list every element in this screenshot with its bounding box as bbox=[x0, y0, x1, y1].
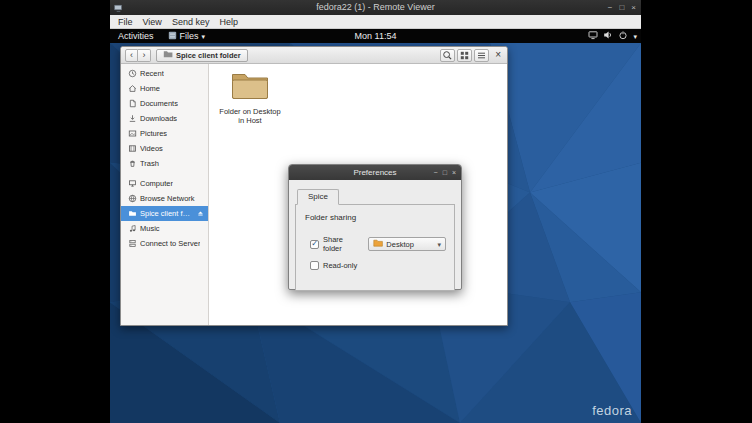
sidebar-item-label: Music bbox=[140, 224, 160, 233]
music-icon bbox=[127, 224, 137, 233]
sidebar-item-pictures[interactable]: Pictures bbox=[121, 126, 208, 141]
search-icon bbox=[442, 50, 453, 61]
grid-view-icon bbox=[459, 50, 470, 61]
network-icon bbox=[127, 194, 137, 203]
sidebar-item-documents[interactable]: Documents bbox=[121, 96, 208, 111]
sidebar-item-trash[interactable]: Trash bbox=[121, 156, 208, 171]
documents-icon bbox=[127, 99, 137, 108]
sidebar-item-downloads[interactable]: Downloads bbox=[121, 111, 208, 126]
chevron-down-icon: ▾ bbox=[437, 241, 441, 248]
sidebar-item-label: Home bbox=[140, 84, 160, 93]
menu-button[interactable] bbox=[474, 49, 489, 62]
menu-help[interactable]: Help bbox=[214, 15, 243, 28]
remote-viewer-window: fedora22 (1) - Remote Viewer − □ × File … bbox=[110, 0, 641, 423]
videos-icon bbox=[127, 144, 137, 153]
share-folder-label: Share folder bbox=[323, 235, 359, 253]
chevron-down-icon: ▾ bbox=[633, 33, 637, 40]
desktop: fedora ‹ › Spice client folder bbox=[110, 43, 641, 423]
sidebar-item-home[interactable]: Home bbox=[121, 81, 208, 96]
eject-icon[interactable] bbox=[196, 209, 205, 218]
preferences-dialog: Preferences − □ × Spice Folder sharing ✓… bbox=[288, 164, 462, 290]
display-icon bbox=[588, 30, 598, 42]
tab-spice[interactable]: Spice bbox=[297, 189, 339, 205]
share-folder-checkbox[interactable]: ✓ bbox=[310, 240, 319, 249]
clock[interactable]: Mon 11:54 bbox=[355, 29, 397, 43]
read-only-checkbox[interactable] bbox=[310, 261, 319, 270]
forward-button[interactable]: › bbox=[138, 49, 151, 62]
folder-icon bbox=[163, 50, 173, 60]
trash-icon bbox=[127, 159, 137, 168]
menu-send-key[interactable]: Send key bbox=[167, 15, 215, 28]
sidebar-item-connect-to-server[interactable]: Connect to Server bbox=[121, 236, 208, 251]
viewer-titlebar[interactable]: fedora22 (1) - Remote Viewer − □ × bbox=[110, 0, 641, 15]
gnome-top-bar: Activities Files ▾ Mon 11:54 ▾ bbox=[110, 29, 641, 43]
app-menu-files[interactable]: Files ▾ bbox=[162, 29, 212, 43]
downloads-icon bbox=[127, 114, 137, 123]
prefs-maximize-button[interactable]: □ bbox=[443, 165, 447, 180]
sidebar-item-label: Computer bbox=[140, 179, 173, 188]
sidebar-item-label: Trash bbox=[140, 159, 159, 168]
prefs-minimize-button[interactable]: − bbox=[434, 165, 438, 180]
location-label: Spice client folder bbox=[176, 51, 241, 60]
viewer-maximize-button[interactable]: □ bbox=[619, 0, 624, 15]
sidebar-item-music[interactable]: Music bbox=[121, 221, 208, 236]
sidebar-item-label: Spice client fol… bbox=[140, 209, 193, 218]
sidebar-item-computer[interactable]: Computer bbox=[121, 176, 208, 191]
sidebar-item-recent[interactable]: Recent bbox=[121, 66, 208, 81]
location-button[interactable]: Spice client folder bbox=[156, 49, 248, 62]
sidebar-item-label: Recent bbox=[140, 69, 164, 78]
file-item-label: Folder on Desktop in Host bbox=[217, 107, 283, 126]
activities-button[interactable]: Activities bbox=[110, 29, 162, 43]
recent-icon bbox=[127, 69, 137, 78]
home-icon bbox=[127, 84, 137, 93]
files-headerbar[interactable]: ‹ › Spice client folder bbox=[121, 47, 507, 64]
screen: fedora22 (1) - Remote Viewer − □ × File … bbox=[0, 0, 752, 423]
sidebar-item-label: Connect to Server bbox=[140, 239, 200, 248]
grid-view-button[interactable] bbox=[457, 49, 472, 62]
search-button[interactable] bbox=[440, 49, 455, 62]
viewer-menubar: File View Send key Help bbox=[110, 15, 641, 29]
server-icon bbox=[127, 239, 137, 248]
shared-folder-select[interactable]: Desktop ▾ bbox=[368, 237, 446, 251]
selected-folder-value: Desktop bbox=[386, 240, 434, 249]
sidebar-item-label: Pictures bbox=[140, 129, 167, 138]
sidebar-item-label: Browse Network bbox=[140, 194, 195, 203]
folder-icon bbox=[373, 239, 383, 249]
folder-icon bbox=[127, 209, 137, 218]
app-menu-label: Files bbox=[180, 31, 199, 41]
sidebar-item-label: Documents bbox=[140, 99, 178, 108]
fedora-logo: fedora bbox=[592, 403, 632, 418]
files-sidebar: Recent Home Documents Downloads bbox=[121, 64, 209, 325]
sidebar-item-spice-client-folder[interactable]: Spice client fol… bbox=[121, 206, 208, 221]
volume-icon bbox=[603, 30, 613, 42]
hamburger-icon bbox=[476, 50, 487, 61]
read-only-label: Read-only bbox=[323, 261, 357, 270]
preferences-title: Preferences bbox=[353, 168, 396, 177]
sidebar-item-browse-network[interactable]: Browse Network bbox=[121, 191, 208, 206]
big-folder-icon bbox=[231, 70, 269, 100]
preferences-titlebar[interactable]: Preferences − □ × bbox=[289, 165, 461, 180]
prefs-close-button[interactable]: × bbox=[452, 165, 456, 180]
sidebar-item-label: Downloads bbox=[140, 114, 177, 123]
pictures-icon bbox=[127, 129, 137, 138]
back-button[interactable]: ‹ bbox=[125, 49, 138, 62]
file-item-folder[interactable]: Folder on Desktop in Host bbox=[217, 70, 283, 126]
chevron-down-icon: ▾ bbox=[202, 33, 206, 40]
spice-tab-panel: Folder sharing ✓ Share folder Desktop ▾ bbox=[295, 204, 455, 291]
section-title: Folder sharing bbox=[305, 213, 446, 222]
computer-icon bbox=[127, 179, 137, 188]
files-app-icon bbox=[168, 31, 177, 42]
viewer-app-icon bbox=[114, 3, 123, 18]
viewer-close-button[interactable]: × bbox=[631, 0, 636, 15]
system-status-area[interactable]: ▾ bbox=[588, 29, 637, 43]
power-icon bbox=[618, 30, 628, 42]
menu-view[interactable]: View bbox=[138, 15, 167, 28]
viewer-minimize-button[interactable]: − bbox=[608, 0, 613, 15]
viewer-title: fedora22 (1) - Remote Viewer bbox=[316, 2, 434, 12]
sidebar-item-videos[interactable]: Videos bbox=[121, 141, 208, 156]
window-close-button[interactable]: × bbox=[495, 50, 501, 60]
sidebar-item-label: Videos bbox=[140, 144, 163, 153]
